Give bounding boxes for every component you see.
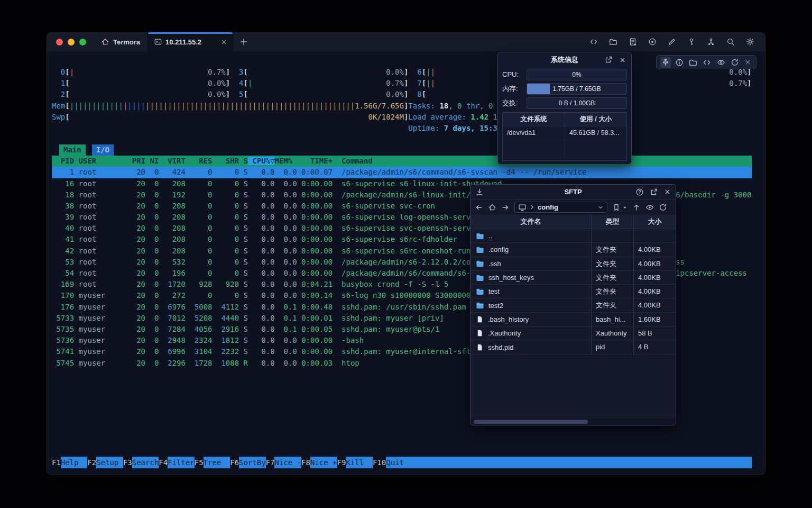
sftp-file-row[interactable]: test2文件夹4.00KB: [470, 298, 676, 312]
fkey-f5[interactable]: F5Tree: [195, 457, 230, 468]
show-hidden-icon[interactable]: [645, 203, 654, 212]
fkey-f7[interactable]: F7Nice -: [266, 457, 301, 468]
fkey-f2[interactable]: F2Setup: [87, 457, 123, 468]
sftp-column-header[interactable]: 类型: [591, 215, 633, 229]
sftp-file-row[interactable]: sshd.pidpid4 B: [470, 340, 676, 354]
info-icon[interactable]: [674, 57, 685, 68]
fkey-f3[interactable]: F3Search: [123, 457, 159, 468]
folder-icon: [476, 274, 484, 282]
horizontal-scrollbar: [470, 418, 676, 425]
chevron-down-icon[interactable]: [597, 204, 604, 211]
sftp-toolbar: config: [470, 199, 676, 215]
file-type: 文件夹: [591, 271, 633, 284]
file-size: 1.60KB: [633, 313, 676, 326]
fkey-f8[interactable]: F8Nice +: [301, 457, 337, 468]
minimize-window-button[interactable]: [68, 39, 75, 46]
close-window-button[interactable]: [56, 39, 63, 46]
htop-tab-main[interactable]: Main: [59, 144, 86, 156]
close-icon[interactable]: [743, 58, 752, 67]
fkey-f4[interactable]: F4Filter: [159, 457, 194, 468]
monitor-icon: [518, 203, 527, 212]
sftp-file-list: ...config文件夹4.00KB.ssh文件夹4.00KBssh_host_…: [470, 229, 676, 355]
file-icon: [476, 315, 484, 323]
gear-icon[interactable]: [746, 38, 754, 46]
fkey-f6[interactable]: F6SortBy: [230, 457, 265, 468]
key-icon[interactable]: [687, 38, 696, 46]
home-icon[interactable]: [488, 203, 496, 212]
bookmark-icon[interactable]: [612, 203, 621, 212]
file-size: 4.00KB: [633, 257, 676, 270]
pin-icon[interactable]: [660, 57, 671, 68]
sysinfo-titlebar[interactable]: 系统信息: [498, 52, 631, 67]
memory-meter-line: Swp[ 0K/1024M]Load average: 1.42 1.28 1.…: [52, 112, 752, 123]
download-icon[interactable]: [475, 185, 484, 199]
caret-down-icon[interactable]: [622, 205, 628, 210]
edit-icon[interactable]: [668, 38, 676, 46]
new-tab-button[interactable]: [233, 32, 254, 51]
sftp-file-row[interactable]: .config文件夹4.00KB: [470, 243, 676, 257]
log-icon[interactable]: [629, 38, 637, 46]
forward-icon[interactable]: [501, 203, 510, 212]
help-icon[interactable]: [635, 188, 644, 196]
file-name: .config: [488, 246, 509, 253]
close-icon[interactable]: [619, 57, 626, 64]
refresh-icon[interactable]: [659, 203, 667, 212]
file-name: .ssh: [488, 260, 501, 268]
zoom-window-button[interactable]: [79, 39, 86, 46]
sftp-file-row[interactable]: .ssh文件夹4.00KB: [470, 257, 676, 271]
fkey-f10[interactable]: F10Quit: [373, 457, 413, 468]
refresh-icon[interactable]: [730, 57, 740, 68]
sysinfo-meter-row: 内存:1.75GB / 7.65GB: [498, 81, 631, 96]
close-tab-icon[interactable]: [220, 39, 227, 46]
code-icon[interactable]: [702, 57, 712, 68]
process-row[interactable]: 1 root 20 0 424 0 0 S 0.0 0.0 0:00.07 /p…: [52, 167, 752, 178]
sftp-file-row[interactable]: .bash_historybash_hi...1.60KB: [470, 313, 676, 326]
fkey-f1[interactable]: F1Help: [52, 457, 87, 468]
sftp-file-row[interactable]: ssh_host_keys文件夹4.00KB: [470, 271, 676, 285]
code-icon[interactable]: [589, 38, 598, 46]
file-size: 4.00KB: [633, 243, 676, 256]
file-type: 文件夹: [591, 243, 633, 256]
htop-tab-io[interactable]: I/O: [92, 144, 114, 156]
tab-session[interactable]: 10.211.55.2: [147, 32, 233, 51]
folder-icon: [476, 232, 484, 240]
folder-icon[interactable]: [688, 57, 698, 68]
back-icon[interactable]: [475, 203, 483, 212]
sftp-file-row[interactable]: ..: [470, 229, 676, 243]
folder-icon[interactable]: [609, 38, 617, 46]
process-table-header[interactable]: PID USER PRI NI VIRT RES SHR S CPU%▽MEM%…: [52, 156, 752, 167]
path-combobox[interactable]: config: [514, 202, 607, 213]
up-directory-icon[interactable]: [632, 203, 641, 212]
main-toolbar: [589, 32, 765, 51]
gpu-icon[interactable]: [716, 57, 726, 68]
file-type: [591, 229, 633, 242]
htop-screen-tabs: MainI/O: [59, 144, 765, 156]
current-path: config: [538, 203, 558, 211]
sftp-file-row[interactable]: test文件夹4.00KB: [470, 285, 676, 298]
sftp-column-header[interactable]: 大小: [633, 215, 676, 229]
bookmark-control[interactable]: [612, 203, 628, 212]
file-icon: [476, 343, 484, 351]
record-icon[interactable]: [648, 38, 657, 46]
sftp-file-row[interactable]: .XauthorityXauthority58 B: [470, 326, 676, 340]
open-new-icon[interactable]: [650, 188, 658, 196]
filesystem-table: 文件系统使用 / 大小/dev/vda145.61GB / 58.3...: [502, 112, 627, 161]
sftp-table-header: 文件名类型大小: [470, 215, 676, 229]
file-size: [633, 229, 676, 242]
sftp-titlebar[interactable]: SFTP: [470, 185, 676, 199]
close-icon[interactable]: [664, 188, 671, 195]
meter-label: 内存:: [502, 84, 523, 94]
scrollbar-thumb[interactable]: [474, 420, 588, 424]
memory-meter-line: Mem[||||||||||||||||||||||||||||||||||||…: [52, 101, 752, 112]
sftp-column-header[interactable]: 文件名: [470, 215, 591, 229]
search-icon[interactable]: [726, 38, 735, 46]
file-type: 文件夹: [591, 257, 633, 270]
sysinfo-title: 系统信息: [551, 55, 578, 65]
open-new-icon[interactable]: [604, 56, 613, 64]
fkey-f9[interactable]: F9Kill: [337, 457, 373, 468]
port-forwarding-icon[interactable]: [707, 38, 715, 46]
file-icon: [476, 329, 484, 337]
folder-icon: [476, 287, 484, 296]
app-home-tab[interactable]: Termora: [94, 32, 147, 51]
sysinfo-panel: 系统信息 CPU:0%内存:1.75GB / 7.65GB交换:0 B / 1.…: [497, 52, 632, 165]
